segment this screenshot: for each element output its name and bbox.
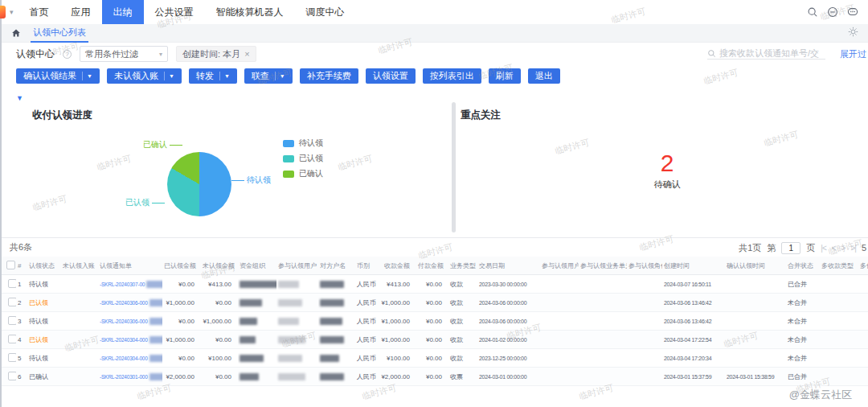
legend-item-1[interactable]: 已认领 [283, 153, 323, 164]
toolbar-button-3[interactable]: 联查▼ [244, 68, 293, 84]
toolbar-button-2[interactable]: 转发▼ [189, 68, 237, 84]
pie-callout-claimed: 已认领 [125, 197, 165, 208]
legend-item-2[interactable]: 已确认 [283, 168, 323, 179]
page-input[interactable] [781, 242, 800, 254]
nav-item-2[interactable]: 出纳 [102, 0, 144, 24]
nav-item-1[interactable]: 应用 [60, 0, 102, 24]
row-checkbox[interactable] [8, 298, 16, 306]
chevron-down-icon[interactable]: ▼ [224, 73, 230, 79]
row-checkbox[interactable] [8, 335, 16, 343]
collapse-dashboard-icon[interactable]: ▼ [16, 94, 23, 102]
preset-filter-value: 常用条件过滤 [85, 48, 138, 60]
page-size[interactable]: 5 [862, 243, 866, 253]
column-header: 收款金额 [379, 257, 416, 274]
chevron-down-icon[interactable]: ▾ [10, 8, 14, 16]
first-page-icon[interactable]: |< [821, 244, 825, 253]
cell: 2024-01-02 00:00:00 [477, 331, 540, 348]
cell [725, 349, 786, 367]
nav-item-0[interactable]: 首页 [18, 0, 60, 24]
last-page-icon[interactable]: >| [850, 244, 855, 253]
notice-number-link[interactable]: -SKRL-20240306-000 [100, 300, 148, 306]
column-header: 资金组织 [238, 257, 276, 274]
row-checkbox[interactable] [8, 353, 16, 362]
gear-icon[interactable] [848, 27, 858, 39]
table-row[interactable]: 2已认领-SKRL-20240306-000¥1,000.00¥0.00人民币¥… [0, 294, 868, 312]
row-checkbox[interactable] [8, 279, 16, 288]
nav-item-4[interactable]: 智能核算机器人 [205, 0, 295, 24]
panel-divider-scrollbar[interactable] [452, 102, 456, 232]
legend-label: 已确认 [299, 168, 323, 179]
toolbar-button-5[interactable]: 认领设置 [366, 68, 416, 84]
pie-legend: 待认领已认领已确认 [283, 138, 323, 179]
row-checkbox[interactable] [8, 372, 16, 380]
message-icon[interactable] [847, 6, 858, 18]
toolbar-button-4[interactable]: 补充手续费 [300, 68, 358, 84]
toolbar-button-1[interactable]: 未认领入账▼ [107, 68, 182, 84]
home-icon[interactable] [11, 28, 21, 38]
split-divider [275, 72, 276, 80]
toolbar-button-7[interactable]: 刷新 [489, 68, 521, 84]
info-icon[interactable]: ? [63, 50, 72, 59]
app-logo[interactable] [0, 6, 6, 18]
column-header: 对方户名 [318, 257, 355, 274]
redacted-counterparty-cell [318, 312, 355, 330]
redacted-org-cell [238, 331, 276, 348]
cell [627, 275, 662, 293]
notice-number-link[interactable]: -SKRL-20240307-00 [100, 282, 145, 287]
cell [540, 368, 579, 385]
cell: ¥2,000.00 [162, 368, 201, 385]
redacted-user-cell [276, 294, 318, 311]
legend-item-0[interactable]: 待认领 [283, 138, 323, 149]
cell: ¥100.00 [379, 349, 416, 367]
expand-filter-link[interactable]: 展开过 [840, 48, 866, 60]
cell [820, 368, 858, 385]
notice-number-link[interactable]: -SKRL-20240306-000 [100, 319, 148, 324]
cell [579, 368, 627, 385]
legend-swatch [283, 171, 294, 178]
cell: 收款 [448, 312, 477, 330]
table-row[interactable]: 1待认领-SKRL-20240307-00¥0.00¥413.00人民币¥413… [0, 275, 868, 294]
pending-confirm-label: 待确认 [595, 179, 739, 191]
preset-filter-select[interactable]: 常用条件过滤 ▾ [80, 46, 168, 62]
redacted-counterparty-cell [318, 368, 355, 385]
claim-progress-pie-chart[interactable] [167, 152, 231, 216]
nav-item-5[interactable]: 调度中心 [295, 0, 356, 24]
close-icon[interactable]: × [244, 49, 249, 59]
notice-number-link[interactable]: -SKRL-20240301-000 [100, 374, 148, 380]
toolbar-button-8[interactable]: 退出 [528, 68, 560, 84]
prev-page-icon[interactable]: < [832, 244, 836, 253]
top-nav-icons [807, 6, 868, 18]
notice-cell: -SKRL-20240306-000 [98, 312, 162, 330]
table-row[interactable]: 4已认领-SKRL-20240304-000¥1,000.00¥0.00人民币¥… [0, 331, 868, 349]
toolbar-button-0[interactable]: 确认认领结果▼ [16, 68, 100, 84]
chevron-down-icon[interactable]: ▼ [87, 73, 92, 79]
nav-item-3[interactable]: 公共设置 [144, 0, 205, 24]
minus-circle-icon[interactable] [827, 6, 838, 18]
tab-bar: 认领中心列表 [0, 24, 868, 43]
row-checkbox[interactable] [8, 316, 16, 325]
table-row[interactable]: 3待认领-SKRL-20240306-000¥0.00¥1,000.00人民币¥… [0, 312, 868, 331]
table-row[interactable]: 6已确认-SKRL-20240301-000¥2,000.00¥0.00人民币¥… [0, 368, 868, 386]
notice-number-link[interactable]: -SKRL-20240304-000 [100, 337, 148, 343]
cell [858, 275, 868, 293]
chevron-down-icon[interactable]: ▼ [280, 73, 285, 79]
pending-confirm-count[interactable]: 2 [595, 150, 739, 176]
legend-label: 已认领 [299, 153, 323, 164]
notice-number-link[interactable]: -SKRL-20240304-000 [100, 356, 148, 361]
redacted-user [278, 299, 302, 306]
cell [540, 275, 579, 293]
search-input[interactable] [719, 48, 825, 58]
redacted-org [240, 299, 262, 306]
toolbar-button-6[interactable]: 按列表引出 [423, 68, 481, 84]
table-row[interactable]: 5待认领-SKRL-20240304-000¥0.00¥100.00人民币¥10… [0, 349, 868, 368]
tab-claim-center-list[interactable]: 认领中心列表 [31, 24, 88, 43]
chevron-down-icon[interactable]: ▼ [169, 73, 174, 79]
redacted-org [240, 281, 276, 288]
filter-tag-created-this-month[interactable]: 创建时间: 本月 × [176, 46, 256, 62]
cell [579, 312, 627, 330]
search-icon[interactable] [807, 6, 818, 18]
redacted-counterparty [320, 299, 344, 306]
cell: ¥100.00 [201, 349, 238, 367]
select-all-checkbox[interactable] [6, 261, 15, 269]
next-page-icon[interactable]: > [841, 244, 845, 253]
